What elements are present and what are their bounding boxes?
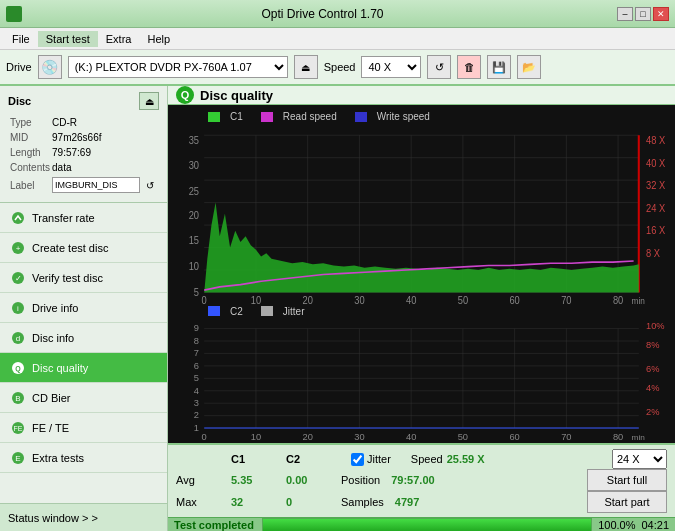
- svg-text:8%: 8%: [646, 340, 659, 350]
- sidebar-label-create-test-disc: Create test disc: [32, 242, 108, 254]
- svg-text:40: 40: [406, 294, 417, 303]
- svg-text:8: 8: [194, 336, 199, 346]
- erase-button[interactable]: 🗑: [457, 55, 481, 79]
- disc-length-label: Length: [10, 146, 50, 159]
- chart1-svg: 5 10 15 20 25 30 35 48 X 40 X 32 X 24 X: [168, 124, 675, 304]
- jitter-legend-label: Jitter: [283, 306, 305, 317]
- progress-track: [262, 518, 592, 531]
- svg-rect-58: [168, 319, 675, 443]
- disc-info-icon: d: [10, 330, 26, 346]
- disc-mid-val: 97m26s66f: [52, 131, 158, 144]
- svg-text:70: 70: [561, 294, 572, 303]
- disc-contents-label: Contents: [10, 161, 50, 174]
- sidebar-item-drive-info[interactable]: i Drive info: [0, 293, 167, 323]
- max-c2: 0: [286, 496, 331, 508]
- sidebar-item-disc-info[interactable]: d Disc info: [0, 323, 167, 353]
- progressbar-row: Test completed 100.0% 04:21: [168, 517, 675, 531]
- svg-text:5: 5: [194, 286, 199, 297]
- chart2-svg: 1 2 3 4 5 6 7 8 9 10% 8% 6%: [168, 319, 675, 443]
- c1-legend-label: C1: [230, 111, 243, 122]
- svg-text:2%: 2%: [646, 407, 659, 417]
- titlebar: Opti Drive Control 1.70 – □ ✕: [0, 0, 675, 28]
- menu-extra[interactable]: Extra: [98, 31, 140, 47]
- svg-text:30: 30: [354, 432, 364, 442]
- sidebar-item-disc-quality[interactable]: Q Disc quality: [0, 353, 167, 383]
- position-label: Position: [341, 474, 380, 486]
- sidebar-item-cd-bier[interactable]: B CD Bier: [0, 383, 167, 413]
- samples-label: Samples: [341, 496, 384, 508]
- c2-column-header: C2: [286, 453, 331, 465]
- drive-select[interactable]: (K:) PLEXTOR DVDR PX-760A 1.07: [68, 56, 288, 78]
- sidebar-item-verify-test-disc[interactable]: ✓ Verify test disc: [0, 263, 167, 293]
- stats-bar: C1 C2 Jitter Speed 25.59 X 24 X: [168, 443, 675, 517]
- svg-text:8 X: 8 X: [646, 247, 660, 258]
- quality-speed-select[interactable]: 24 X: [612, 449, 667, 469]
- jitter-legend-box: [261, 306, 273, 316]
- svg-text:d: d: [16, 334, 20, 343]
- close-button[interactable]: ✕: [653, 7, 669, 21]
- menu-help[interactable]: Help: [139, 31, 178, 47]
- disc-label-input[interactable]: IMGBURN_DIS: [52, 177, 140, 193]
- svg-text:✓: ✓: [15, 274, 22, 283]
- disc-eject-button[interactable]: ⏏: [139, 92, 159, 110]
- speed-val: 25.59 X: [447, 453, 485, 465]
- sidebar-item-transfer-rate[interactable]: Transfer rate: [0, 203, 167, 233]
- svg-text:70: 70: [561, 432, 571, 442]
- cd-bier-icon: B: [10, 390, 26, 406]
- svg-text:9: 9: [194, 323, 199, 333]
- svg-text:0: 0: [202, 432, 207, 442]
- svg-text:30: 30: [189, 160, 200, 171]
- drive-label: Drive: [6, 61, 32, 73]
- progress-percent: 100.0%: [598, 519, 635, 531]
- chart1-legend: C1 Read speed Write speed: [168, 109, 675, 124]
- status-window-button[interactable]: Status window > >: [0, 503, 167, 531]
- sidebar-label-verify-test-disc: Verify test disc: [32, 272, 103, 284]
- menubar: File Start test Extra Help: [0, 28, 675, 50]
- burn-button[interactable]: 💾: [487, 55, 511, 79]
- svg-text:80: 80: [613, 294, 624, 303]
- svg-text:7: 7: [194, 348, 199, 358]
- app-icon: [6, 6, 22, 22]
- write-speed-legend-label: Write speed: [377, 111, 430, 122]
- minimize-button[interactable]: –: [617, 7, 633, 21]
- svg-text:2: 2: [194, 411, 199, 421]
- svg-text:0: 0: [202, 294, 208, 303]
- jitter-checkbox[interactable]: [351, 453, 364, 466]
- fe-te-icon: FE: [10, 420, 26, 436]
- svg-text:3: 3: [194, 398, 199, 408]
- right-controls: 24 X: [612, 449, 667, 469]
- transfer-rate-icon: [10, 210, 26, 226]
- menu-start-test[interactable]: Start test: [38, 31, 98, 47]
- save-button[interactable]: 📂: [517, 55, 541, 79]
- svg-text:10%: 10%: [646, 321, 665, 331]
- svg-text:60: 60: [509, 432, 519, 442]
- start-full-button[interactable]: Start full: [587, 469, 667, 491]
- disc-label-refresh[interactable]: ↺: [142, 177, 158, 193]
- disc-length-val: 79:57:69: [52, 146, 158, 159]
- sidebar-label-cd-bier: CD Bier: [32, 392, 71, 404]
- progress-fill: [263, 519, 591, 531]
- svg-text:20: 20: [303, 432, 313, 442]
- sidebar-item-extra-tests[interactable]: E Extra tests: [0, 443, 167, 473]
- menu-file[interactable]: File: [4, 31, 38, 47]
- charts-container: C1 Read speed Write speed: [168, 105, 675, 443]
- svg-text:50: 50: [458, 294, 469, 303]
- chart1-container: 5 10 15 20 25 30 35 48 X 40 X 32 X 24 X: [168, 124, 675, 304]
- svg-text:48 X: 48 X: [646, 135, 666, 146]
- maximize-button[interactable]: □: [635, 7, 651, 21]
- svg-text:6: 6: [194, 361, 199, 371]
- refresh-drive-button[interactable]: ↺: [427, 55, 451, 79]
- speed-select-drive[interactable]: 40 X: [361, 56, 421, 78]
- eject-button[interactable]: ⏏: [294, 55, 318, 79]
- dq-icon-symbol: Q: [181, 89, 190, 101]
- sidebar-item-create-test-disc[interactable]: + Create test disc: [0, 233, 167, 263]
- svg-text:FE: FE: [14, 425, 23, 432]
- c1-column-header: C1: [231, 453, 286, 465]
- sidebar-item-fe-te[interactable]: FE FE / TE: [0, 413, 167, 443]
- sidebar-menu: Transfer rate + Create test disc ✓ Verif…: [0, 203, 167, 503]
- start-part-button[interactable]: Start part: [587, 491, 667, 513]
- window-title: Opti Drive Control 1.70: [28, 7, 617, 21]
- svg-text:5: 5: [194, 373, 199, 383]
- disc-contents-val: data: [52, 161, 158, 174]
- disc-mid-label: MID: [10, 131, 50, 144]
